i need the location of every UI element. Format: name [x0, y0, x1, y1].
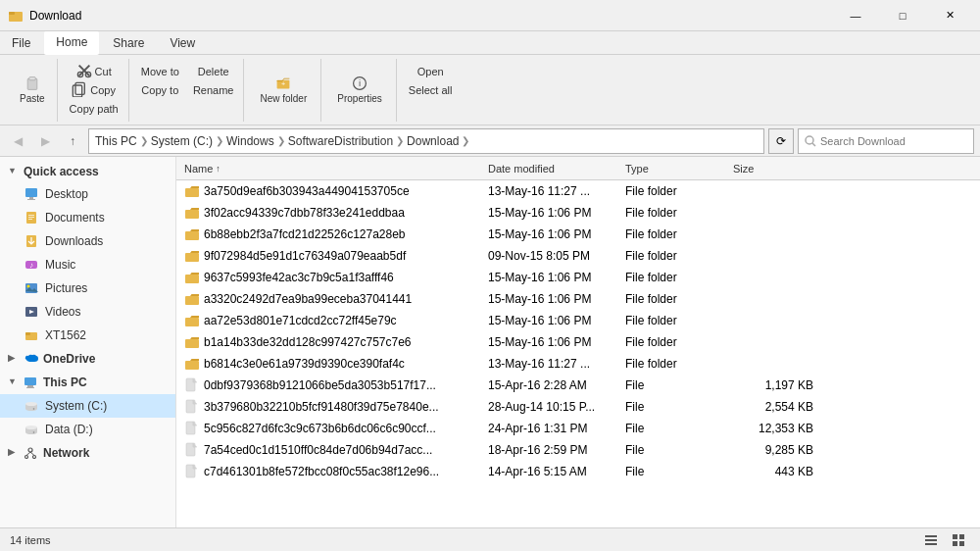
file-date: 18-Apr-16 2:59 PM	[484, 443, 621, 457]
paste-button[interactable]: Paste	[12, 63, 53, 118]
file-name: b1a14b33de32dd128c997427c757c7e6	[180, 334, 484, 350]
file-row[interactable]: 0dbf9379368b9121066be5da3053b517f17... 1…	[176, 375, 980, 396]
file-name: b6814c3e0e61a9739d9390ce390faf4c	[180, 356, 484, 372]
file-row[interactable]: 9f072984d5e91d1c76349a079eaab5df 09-Nov-…	[176, 245, 980, 267]
chevron-right-icon-2: ▶	[8, 447, 20, 459]
svg-rect-68	[959, 541, 964, 546]
col-header-size[interactable]: Size	[729, 157, 817, 179]
sidebar-item-data-d[interactable]: Data (D:)	[0, 418, 175, 441]
file-icon	[184, 377, 200, 393]
file-date: 13-May-16 11:27 ...	[484, 357, 621, 371]
sidebar-item-xt1562[interactable]: XT1562	[0, 324, 175, 347]
svg-rect-33	[27, 385, 33, 387]
documents-icon	[24, 210, 39, 225]
file-row[interactable]: a3320c2492d7ea9ba99eceba37041441 15-May-…	[176, 288, 980, 310]
rename-button[interactable]: Rename	[187, 81, 240, 99]
file-date: 24-Apr-16 1:31 PM	[484, 422, 621, 435]
sidebar-item-videos[interactable]: Videos	[0, 300, 175, 324]
pictures-icon	[24, 280, 39, 296]
maximize-button[interactable]: □	[880, 0, 925, 31]
view-menu[interactable]: View	[158, 31, 207, 55]
file-row[interactable]: 3a750d9eaf6b303943a44904153705ce 13-May-…	[176, 180, 980, 202]
file-row[interactable]: c7d461301b8fe572fbcc08f0c55ac38f12e96...…	[176, 461, 980, 482]
file-row[interactable]: aa72e53d801e71cdcd2cc72ff45e79c 15-May-1…	[176, 310, 980, 331]
file-row[interactable]: 7a54ced0c1d1510ff0c84de7d06b94d7acc... 1…	[176, 439, 980, 461]
file-list-header: Name ↑ Date modified Type Size	[176, 157, 980, 180]
file-icon	[184, 464, 200, 479]
sidebar-item-pictures[interactable]: Pictures	[0, 276, 175, 300]
sidebar-item-documents[interactable]: Documents	[0, 206, 175, 229]
delete-button[interactable]: Delete	[187, 63, 240, 80]
svg-rect-9	[74, 85, 82, 97]
file-size: 2,554 KB	[729, 400, 817, 414]
back-button[interactable]: ◀	[6, 129, 29, 153]
svg-rect-51	[185, 253, 199, 262]
refresh-button[interactable]: ⟳	[768, 128, 794, 154]
share-menu[interactable]: Share	[101, 31, 156, 55]
sidebar-item-desktop[interactable]: Desktop	[0, 182, 175, 206]
status-bar: 14 items	[0, 527, 980, 551]
file-row[interactable]: b1a14b33de32dd128c997427c757c7e6 15-May-…	[176, 331, 980, 353]
search-input[interactable]	[820, 135, 967, 147]
sidebar-section-quick-access[interactable]: ▼ Quick access	[0, 161, 175, 182]
col-header-date[interactable]: Date modified	[484, 157, 621, 179]
sidebar-section-onedrive[interactable]: ▶ OneDrive	[0, 347, 175, 371]
svg-rect-34	[26, 387, 34, 388]
svg-text:♪: ♪	[29, 261, 33, 270]
copy-button[interactable]: Copy	[64, 81, 124, 99]
file-row[interactable]: b6814c3e0e61a9739d9390ce390faf4c 13-May-…	[176, 353, 980, 375]
file-row[interactable]: 3f02acc94339c7dbb78f33e241eddbaa 15-May-…	[176, 202, 980, 224]
cut-button[interactable]: Cut	[64, 63, 124, 80]
file-row[interactable]: 6b88ebb2f3a7fcd21d22526c127a28eb 15-May-…	[176, 224, 980, 245]
sidebar-item-music[interactable]: ♪ Music	[0, 253, 175, 276]
file-row[interactable]: 9637c5993fe42ac3c7b9c5a1f3afff46 15-May-…	[176, 267, 980, 288]
properties-group: i Properties	[323, 59, 397, 122]
svg-point-45	[33, 456, 36, 459]
sidebar-section-network[interactable]: ▶ Network	[0, 441, 175, 465]
file-name: 9f072984d5e91d1c76349a079eaab5df	[180, 248, 484, 264]
open-button[interactable]: Open	[403, 63, 459, 80]
home-menu[interactable]: Home	[44, 31, 99, 55]
file-type: File folder	[621, 249, 729, 263]
address-bar[interactable]: This PC ❯ System (C:) ❯ Windows ❯ Softwa…	[88, 128, 764, 154]
file-name: 3a750d9eaf6b303943a44904153705ce	[180, 183, 484, 199]
file-type: File	[621, 443, 729, 457]
file-date: 15-May-16 1:06 PM	[484, 314, 621, 327]
details-view-button[interactable]	[919, 530, 943, 550]
sidebar-item-system-c[interactable]: System (C:)	[0, 394, 175, 418]
col-header-name[interactable]: Name ↑	[180, 157, 484, 179]
up-button[interactable]: ↑	[61, 129, 84, 153]
search-bar[interactable]	[798, 128, 974, 154]
menu-bar: File Home Share View	[0, 31, 980, 55]
file-type: File folder	[621, 292, 729, 306]
svg-rect-17	[29, 197, 33, 199]
copy-to-button[interactable]: Copy to	[135, 81, 185, 99]
file-name: 3b379680b32210b5fcf91480f39d75e7840e...	[180, 399, 484, 415]
svg-rect-18	[27, 199, 35, 200]
large-icons-view-button[interactable]	[947, 530, 970, 550]
svg-text:+: +	[281, 79, 285, 88]
close-button[interactable]: ✕	[927, 0, 972, 31]
copy-path-button[interactable]: Copy path	[64, 100, 124, 118]
file-row[interactable]: 3b379680b32210b5fcf91480f39d75e7840e... …	[176, 396, 980, 418]
file-menu[interactable]: File	[0, 31, 42, 55]
file-type: File folder	[621, 184, 729, 198]
sidebar-item-downloads[interactable]: Downloads	[0, 229, 175, 253]
file-row[interactable]: 5c956c827d6fc3c9c673b6b6dc06c6c90ccf... …	[176, 418, 980, 439]
svg-rect-54	[185, 318, 199, 326]
minimize-button[interactable]: —	[833, 0, 878, 31]
file-type: File folder	[621, 271, 729, 284]
file-name: 3f02acc94339c7dbb78f33e241eddbaa	[180, 205, 484, 221]
select-all-button[interactable]: Select all	[403, 81, 459, 99]
svg-rect-32	[24, 377, 36, 385]
properties-button[interactable]: i Properties	[329, 66, 390, 115]
address-bar-row: ◀ ▶ ↑ This PC ❯ System (C:) ❯ Windows ❯ …	[0, 125, 980, 157]
organize-group: Cut Copy Copy path	[60, 59, 129, 122]
music-icon: ♪	[24, 257, 39, 273]
forward-button[interactable]: ▶	[33, 129, 57, 153]
sidebar-section-this-pc[interactable]: ▼ This PC	[0, 371, 175, 394]
move-to-button[interactable]: Move to	[135, 63, 185, 80]
file-date: 15-May-16 1:06 PM	[484, 335, 621, 349]
col-header-type[interactable]: Type	[621, 157, 729, 179]
new-folder-button[interactable]: + New folder	[252, 66, 315, 115]
